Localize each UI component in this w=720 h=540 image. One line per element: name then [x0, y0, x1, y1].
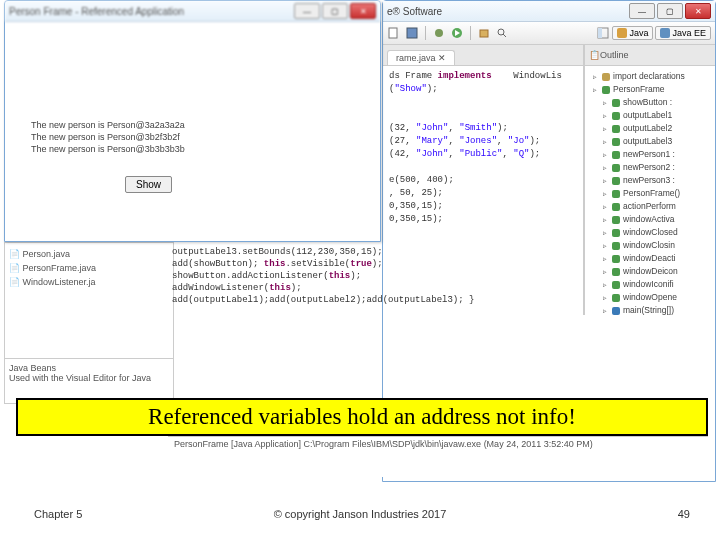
package-item[interactable]: 📄 PersonFrame.java: [9, 261, 169, 275]
outline-item[interactable]: ▹newPerson2 :: [587, 161, 713, 174]
member-icon: [612, 151, 620, 159]
perspective-java[interactable]: Java: [612, 26, 653, 40]
tree-arrow-icon: ▹: [601, 268, 609, 276]
close-button[interactable]: ✕: [350, 3, 376, 19]
outline-title: Outline: [600, 50, 629, 60]
tree-arrow-icon: ▹: [601, 125, 609, 133]
package-item[interactable]: 📄 Person.java: [9, 247, 169, 261]
outline-item-label: showButton :: [623, 96, 672, 109]
open-perspective-icon[interactable]: [596, 26, 610, 40]
member-icon: [602, 86, 610, 94]
outline-item-label: outputLabel1: [623, 109, 672, 122]
package-item[interactable]: 📄 WindowListener.ja: [9, 275, 169, 289]
toolbar-separator: [470, 26, 471, 40]
tree-arrow-icon: ▹: [601, 99, 609, 107]
svg-line-6: [503, 34, 506, 37]
member-icon: [612, 99, 620, 107]
outline-item[interactable]: ▹newPerson1 :: [587, 148, 713, 161]
tree-arrow-icon: ▹: [601, 281, 609, 289]
member-icon: [612, 190, 620, 198]
package-explorer[interactable]: 📄 Person.java📄 PersonFrame.java📄 WindowL…: [4, 242, 174, 362]
outline-item[interactable]: ▹windowActiva: [587, 213, 713, 226]
code-editor-lower[interactable]: outputLabel3.setBounds(112,230,350,15); …: [168, 242, 584, 402]
member-icon: [612, 307, 620, 315]
member-icon: [612, 138, 620, 146]
code-editor[interactable]: ds Frame implements WindowLis ("Show"); …: [383, 66, 583, 230]
javaee-icon: [660, 28, 670, 38]
member-icon: [602, 73, 610, 81]
outline-item[interactable]: ▹import declarations: [587, 70, 713, 83]
outline-item-label: windowDeacti: [623, 252, 675, 265]
outline-tree[interactable]: ▹import declarations▹PersonFrame▹showBut…: [585, 66, 715, 321]
save-icon[interactable]: [405, 26, 419, 40]
member-icon: [612, 177, 620, 185]
outline-item[interactable]: ▹main(String[]): [587, 304, 713, 317]
java-beans-header: Java Beans: [9, 363, 169, 373]
outline-item-label: outputLabel2: [623, 122, 672, 135]
perspective-javaee[interactable]: Java EE: [655, 26, 711, 40]
outline-item[interactable]: ▹windowDeicon: [587, 265, 713, 278]
outline-item-label: newPerson3 :: [623, 174, 675, 187]
outline-item-label: PersonFrame(): [623, 187, 680, 200]
svg-rect-4: [480, 30, 488, 37]
outline-item[interactable]: ▹PersonFrame: [587, 83, 713, 96]
perspective-switcher: Java Java EE: [596, 26, 711, 40]
search-icon[interactable]: [495, 26, 509, 40]
outline-item[interactable]: ▹windowDeacti: [587, 252, 713, 265]
page-number: 49: [678, 508, 690, 520]
member-icon: [612, 242, 620, 250]
app-title: Person Frame - Referenced Application: [9, 6, 294, 17]
outline-item[interactable]: ▹outputLabel1: [587, 109, 713, 122]
member-icon: [612, 112, 620, 120]
tree-arrow-icon: ▹: [601, 242, 609, 250]
annotation-banner: Referenced variables hold an address not…: [16, 398, 708, 436]
outline-item[interactable]: ▹PersonFrame(): [587, 187, 713, 200]
member-icon: [612, 281, 620, 289]
outline-item[interactable]: ▹windowClosed: [587, 226, 713, 239]
minimize-button[interactable]: —: [629, 3, 655, 19]
svg-rect-8: [598, 28, 602, 38]
show-button[interactable]: Show: [125, 176, 172, 193]
java-icon: [617, 28, 627, 38]
outline-item-label: windowActiva: [623, 213, 675, 226]
new-icon[interactable]: [387, 26, 401, 40]
console-view[interactable]: PersonFrame [Java Application] C:\Progra…: [168, 436, 708, 477]
console-header: PersonFrame [Java Application] C:\Progra…: [168, 437, 708, 451]
debug-icon[interactable]: [432, 26, 446, 40]
minimize-button[interactable]: —: [294, 3, 320, 19]
member-icon: [612, 164, 620, 172]
maximize-button[interactable]: ▢: [322, 3, 348, 19]
close-button[interactable]: ✕: [685, 3, 711, 19]
outline-item[interactable]: ▹showButton :: [587, 96, 713, 109]
outline-item-label: windowClosin: [623, 239, 675, 252]
outline-item-label: newPerson1 :: [623, 148, 675, 161]
tree-arrow-icon: ▹: [601, 294, 609, 302]
package-icon[interactable]: [477, 26, 491, 40]
outline-pane: 📋 Outline ▹import declarations▹PersonFra…: [584, 45, 715, 315]
ide-toolbar: Java Java EE: [383, 22, 715, 45]
java-beans-text: Used with the Visual Editor for Java: [9, 373, 169, 383]
tree-arrow-icon: ▹: [601, 177, 609, 185]
outline-item-label: import declarations: [613, 70, 685, 83]
svg-point-2: [435, 29, 443, 37]
perspective-javaee-label: Java EE: [672, 28, 706, 38]
outline-item[interactable]: ▹newPerson3 :: [587, 174, 713, 187]
outline-item[interactable]: ▹windowOpene: [587, 291, 713, 304]
ide-window-controls: — ▢ ✕: [629, 3, 711, 19]
outline-item-label: actionPerform: [623, 200, 676, 213]
outline-item[interactable]: ▹outputLabel3: [587, 135, 713, 148]
outline-item[interactable]: ▹windowIconifi: [587, 278, 713, 291]
outline-item-label: main(String[]): [623, 304, 674, 317]
editor-tab[interactable]: rame.java ✕: [387, 50, 455, 65]
member-icon: [612, 294, 620, 302]
member-icon: [612, 216, 620, 224]
maximize-button[interactable]: ▢: [657, 3, 683, 19]
run-icon[interactable]: [450, 26, 464, 40]
perspective-java-label: Java: [629, 28, 648, 38]
outline-item[interactable]: ▹actionPerform: [587, 200, 713, 213]
outline-item[interactable]: ▹windowClosin: [587, 239, 713, 252]
outline-item[interactable]: ▹outputLabel2: [587, 122, 713, 135]
slide-footer: Chapter 5 © copyright Janson Industries …: [0, 502, 720, 526]
tree-arrow-icon: ▹: [601, 164, 609, 172]
outline-header: 📋 Outline: [585, 45, 715, 66]
